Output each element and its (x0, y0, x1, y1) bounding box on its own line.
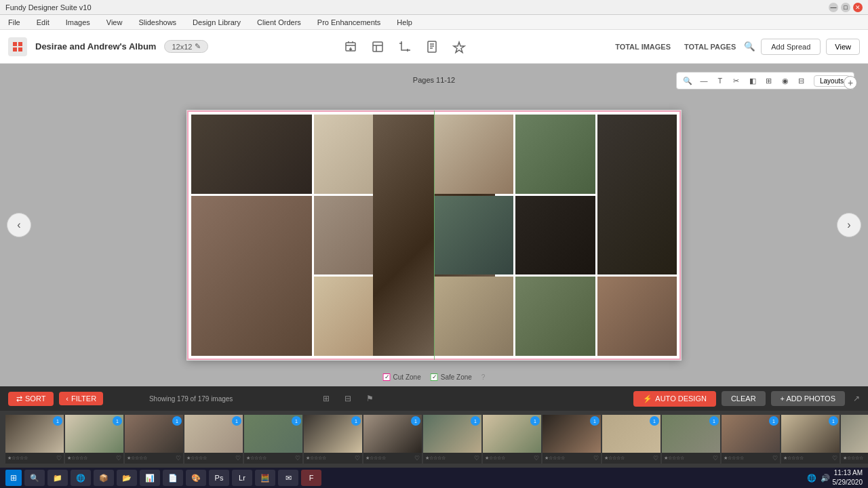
album-size-selector[interactable]: 12x12 ✎ (164, 40, 208, 53)
menu-images[interactable]: Images (63, 17, 93, 28)
export-icon[interactable]: ↗ (853, 394, 860, 403)
strip-photo-5[interactable]: ★☆☆☆☆♡1 (244, 415, 302, 464)
menu-slideshows[interactable]: Slideshows (136, 17, 179, 28)
taskbar-app1[interactable]: 🎨 (186, 470, 206, 486)
safe-zone-toggle[interactable]: Safe Zone (431, 373, 472, 381)
taskbar-clock[interactable]: 11:13 AM 5/29/2020 (833, 468, 863, 487)
text-tool[interactable]: T (713, 74, 727, 87)
photo-cell-13[interactable] (597, 277, 677, 356)
crop-tool[interactable]: ✂ (730, 74, 743, 87)
strip-photo-13[interactable]: ★☆☆☆☆♡1 (722, 415, 780, 464)
taskbar-excel[interactable]: 📊 (140, 470, 160, 486)
strip-photo-9[interactable]: ★☆☆☆☆♡1 (483, 415, 541, 464)
start-button[interactable]: ⊞ (5, 470, 22, 486)
list-view-icon[interactable]: ⊟ (341, 392, 355, 405)
layout-button[interactable] (371, 40, 384, 54)
photo-cell-8[interactable] (597, 115, 677, 274)
strip-use-count: 1 (590, 416, 599, 426)
maximize-button[interactable]: □ (841, 3, 850, 12)
grid-view-icon[interactable]: ⊞ (319, 392, 333, 405)
zoom-out-tool[interactable]: — (697, 74, 711, 87)
import-images-button[interactable] (344, 40, 357, 54)
mask-tool[interactable]: ◉ (778, 74, 792, 87)
search-button[interactable]: 🔍 (744, 41, 755, 52)
taskbar-mail[interactable]: ✉ (278, 470, 298, 486)
touchup-button[interactable] (452, 40, 466, 54)
taskbar-explorer[interactable]: 📁 (47, 470, 68, 486)
photo-cell-3[interactable] (191, 196, 312, 356)
app-logo (8, 37, 27, 56)
zoom-in-tool[interactable]: 🔍 (681, 74, 694, 87)
add-spread-button[interactable]: Add Spread (761, 39, 821, 55)
cut-zone-checkbox[interactable] (383, 373, 391, 381)
taskbar-dropbox[interactable]: 📦 (94, 470, 114, 486)
taskbar-files[interactable]: 📂 (117, 470, 137, 486)
strip-photo-3[interactable]: ★☆☆☆☆♡1 (125, 415, 183, 464)
menu-pro-enhancements[interactable]: Pro Enhancements (315, 17, 384, 28)
taskbar-calc[interactable]: 🧮 (255, 470, 275, 486)
taskbar-search[interactable]: 🔍 (24, 470, 45, 486)
strip-photo-8[interactable]: ★☆☆☆☆♡1 (423, 415, 481, 464)
taskbar-word[interactable]: 📄 (163, 470, 183, 486)
photo-cell-1[interactable] (191, 115, 312, 194)
menu-design-library[interactable]: Design Library (190, 17, 243, 28)
system-tray: 🌐 🔊 (807, 474, 830, 483)
crop-button[interactable] (398, 40, 412, 54)
taskbar-lr[interactable]: Lr (232, 470, 252, 486)
strip-photo-14[interactable]: ★☆☆☆☆♡1 (781, 415, 840, 464)
strip-use-count: 1 (650, 416, 659, 426)
strip-photo-10[interactable]: ★☆☆☆☆♡1 (542, 415, 601, 464)
total-images-label: TOTAL IMAGES (615, 43, 671, 51)
tray-network[interactable]: 🌐 (807, 474, 816, 483)
strip-photo-4[interactable]: ★☆☆☆☆♡1 (184, 415, 243, 464)
add-page-button[interactable]: + (844, 76, 857, 89)
safe-zone-checkbox[interactable] (431, 373, 438, 381)
menu-view[interactable]: View (104, 17, 125, 28)
photo-cell-9[interactable] (434, 196, 513, 275)
menu-file[interactable]: File (5, 17, 23, 28)
view-button[interactable]: View (826, 39, 860, 55)
photo-cell-6[interactable] (434, 115, 513, 194)
showing-text: Showing 179 of 179 images (68, 395, 314, 403)
add-photos-button[interactable]: + ADD PHOTOS (771, 391, 845, 406)
clear-button[interactable]: CLEAR (722, 391, 766, 406)
view-toggle[interactable]: ⊟ (795, 74, 808, 87)
taskbar-chrome[interactable]: 🌐 (71, 470, 91, 486)
photo-cell-7[interactable] (515, 115, 595, 194)
strip-photo-7[interactable]: ★☆☆☆☆♡1 (363, 415, 422, 464)
menu-edit[interactable]: Edit (34, 17, 52, 28)
strip-photo-15[interactable]: ★☆☆☆☆♡ (841, 415, 868, 464)
strip-photo-12[interactable]: ★☆☆☆☆♡1 (662, 415, 720, 464)
filter-tool[interactable]: ⊞ (762, 74, 776, 87)
strip-photo-11[interactable]: ★☆☆☆☆♡1 (602, 415, 660, 464)
menu-help[interactable]: Help (394, 17, 415, 28)
adjust-tool[interactable]: ◧ (746, 74, 760, 87)
next-spread-button[interactable]: › (837, 213, 861, 237)
photo-cell-12[interactable] (515, 277, 595, 356)
taskbar-ps[interactable]: Ps (209, 470, 229, 486)
zone-help-icon[interactable]: ? (481, 373, 486, 381)
photo-cell-11[interactable] (434, 277, 513, 356)
cut-zone-toggle[interactable]: Cut Zone (383, 373, 421, 381)
svg-rect-2 (13, 47, 17, 52)
taskbar-fundy[interactable]: F (301, 470, 321, 486)
tray-volume[interactable]: 🔊 (821, 474, 830, 483)
svg-rect-3 (18, 47, 22, 52)
minimize-button[interactable]: — (829, 3, 838, 12)
photo-cell-10[interactable] (515, 196, 595, 275)
pages-button[interactable] (425, 40, 439, 54)
toolbar-icons (344, 40, 466, 54)
sort-button[interactable]: ⇄ SORT (8, 392, 54, 406)
auto-design-button[interactable]: ⚡ AUTO DESIGN (633, 391, 716, 407)
strip-photo-2[interactable]: ★☆☆☆☆♡1 (65, 415, 123, 464)
strip-use-count: 1 (232, 416, 241, 426)
spread-center-line (434, 110, 435, 360)
photo-strip[interactable]: ★☆☆☆☆♡1★☆☆☆☆♡1★☆☆☆☆♡1★☆☆☆☆♡1★☆☆☆☆♡1★☆☆☆☆… (0, 411, 868, 468)
strip-photo-1[interactable]: ★☆☆☆☆♡1 (5, 415, 64, 464)
strip-photo-6[interactable]: ★☆☆☆☆♡1 (304, 415, 362, 464)
prev-spread-button[interactable]: ‹ (7, 213, 31, 237)
bottom-toolbar: ⇄ SORT ‹ FILTER Showing 179 of 179 image… (0, 386, 868, 411)
menu-client-orders[interactable]: Client Orders (254, 17, 304, 28)
close-button[interactable]: ✕ (853, 3, 863, 12)
flag-icon[interactable]: ⚑ (363, 392, 376, 405)
